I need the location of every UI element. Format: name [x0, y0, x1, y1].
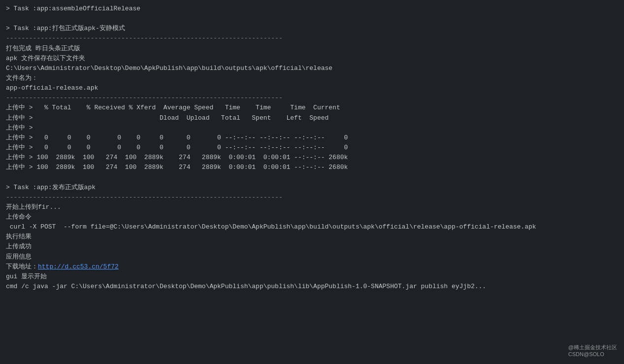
line-info3: 文件名为： — [6, 73, 618, 83]
line-info5: 上传命令 — [6, 212, 618, 222]
line-info4: 开始上传到fir... — [6, 202, 618, 212]
watermark-text1: @稀土掘金技术社区 — [568, 344, 617, 350]
line-path1: C:\Users\Administrator\Desktop\Demo\ApkP… — [6, 64, 618, 73]
terminal: > Task :app:assembleOfficialRelease > Ta… — [0, 0, 624, 364]
line-upload-row4: 上传中 > 100 2889k 100 274 100 2889k 274 28… — [6, 163, 618, 172]
line-sep2: ----------------------------------------… — [6, 93, 618, 103]
line-info2: apk 文件保存在以下文件夹 — [6, 54, 618, 64]
line-blank2 — [6, 172, 618, 182]
line-upload-row3: 上传中 > 100 2889k 100 274 100 2889k 274 28… — [6, 153, 618, 163]
line-sep3: ----------------------------------------… — [6, 193, 618, 202]
line-curl: curl -X POST --form file=@C:\Users\Admin… — [6, 222, 618, 232]
line-cmd: cmd /c java -jar C:\Users\Administrator\… — [6, 282, 618, 292]
line-info6: 执行结果 — [6, 232, 618, 242]
line-info8: 应用信息 — [6, 252, 618, 262]
line-upload-row2: 上传中 > 0 0 0 0 0 0 0 0 --:--:-- --:--:-- … — [6, 143, 618, 153]
line-upload-header3: 上传中 > — [6, 123, 618, 133]
line-blank1 — [6, 14, 618, 24]
line-task2: > Task :app:打包正式版apk-安静模式 — [6, 24, 618, 33]
download-label: 下载地址： — [6, 263, 38, 270]
line-info7: 上传成功 — [6, 242, 618, 252]
watermark-text2: CSDN@SOLO — [568, 351, 604, 357]
download-url-link[interactable]: http://d.cc53.cn/5f72 — [38, 263, 119, 270]
line-filename: app-official-release.apk — [6, 83, 618, 93]
line-download: 下载地址：http://d.cc53.cn/5f72 — [6, 262, 618, 272]
line-upload-header1: 上传中 > % Total % Received % Xferd Average… — [6, 103, 618, 113]
line-task1: > Task :app:assembleOfficialRelease — [6, 4, 618, 14]
line-task3: > Task :app:发布正式版apk — [6, 183, 618, 193]
line-info1: 打包完成 昨日头条正式版 — [6, 44, 618, 54]
watermark: @稀土掘金技术社区 CSDN@SOLO — [568, 344, 617, 357]
line-sep1: ----------------------------------------… — [6, 33, 618, 43]
line-upload-header2: 上传中 > Dload Upload Total Spent Left Spee… — [6, 113, 618, 123]
line-upload-row1: 上传中 > 0 0 0 0 0 0 0 0 --:--:-- --:--:-- … — [6, 133, 618, 143]
line-gui: gui 显示开始 — [6, 272, 618, 282]
